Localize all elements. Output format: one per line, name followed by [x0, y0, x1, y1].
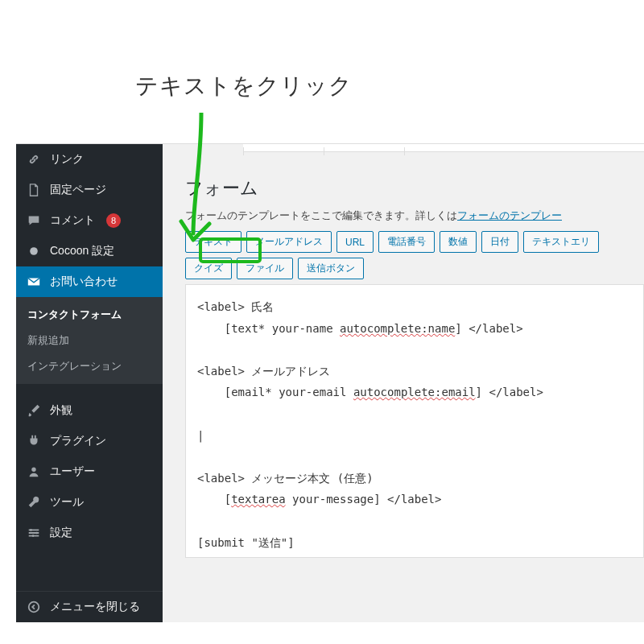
mail-icon: [26, 274, 42, 290]
sidebar-label: プラグイン: [50, 434, 106, 448]
form-panel: フォーム フォームのテンプレートをここで編集できます。詳しくはフォームのテンプレ…: [185, 176, 644, 558]
submenu-new[interactable]: 新規追加: [16, 328, 163, 353]
brush-icon: [26, 402, 42, 419]
tag-email[interactable]: メールアドレス: [246, 231, 332, 253]
app-frame: リンク 固定ページ コメント 8 Cocoon 設定 お問い合わせ: [16, 143, 644, 622]
sidebar-collapse[interactable]: メニューを閉じる: [16, 591, 163, 622]
sidebar-item-users[interactable]: ユーザー: [16, 456, 163, 487]
sidebar-item-contact[interactable]: お問い合わせ: [16, 266, 163, 297]
submenu-contact-forms[interactable]: コンタクトフォーム: [16, 302, 163, 328]
sidebar-item-cocoon[interactable]: Cocoon 設定: [16, 236, 163, 266]
user-icon: [26, 464, 42, 480]
svg-point-0: [30, 247, 38, 255]
sidebar-label: お問い合わせ: [50, 275, 118, 289]
sidebar-item-appearance[interactable]: 外観: [16, 395, 163, 426]
separator: [16, 384, 163, 395]
panel-heading: フォーム: [185, 176, 644, 200]
sidebar-label: リンク: [50, 152, 84, 167]
svg-point-3: [35, 532, 38, 535]
sidebar-label: Cocoon 設定: [50, 244, 114, 258]
sidebar-item-pages[interactable]: 固定ページ: [16, 175, 163, 205]
page-icon: [26, 182, 42, 198]
tag-url[interactable]: URL: [336, 231, 374, 253]
tag-file[interactable]: ファイル: [237, 258, 293, 279]
content-area: フォーム フォームのテンプレートをここで編集できます。詳しくはフォームのテンプレ…: [163, 144, 644, 622]
svg-point-1: [31, 468, 35, 472]
annotation-text: テキストをクリック: [135, 71, 353, 101]
collapse-icon: [26, 599, 42, 615]
sidebar-item-comments[interactable]: コメント 8: [16, 205, 163, 236]
sidebar-item-settings[interactable]: 設定: [16, 518, 163, 548]
comments-count-badge: 8: [106, 213, 121, 228]
template-help-link[interactable]: フォームのテンプレー: [457, 209, 562, 221]
sidebar-label: 設定: [50, 526, 72, 540]
tag-date[interactable]: 日付: [481, 231, 518, 253]
wrench-icon: [26, 494, 42, 510]
sidebar-item-plugins[interactable]: プラグイン: [16, 426, 163, 456]
svg-point-4: [32, 535, 35, 537]
tag-tel[interactable]: 電話番号: [378, 231, 435, 253]
tag-row-1: テキスト メールアドレス URL 電話番号 数値 日付 テキストエリ: [185, 231, 644, 253]
top-thin-bar: [243, 144, 644, 152]
tag-text[interactable]: テキスト: [185, 231, 242, 253]
cocoon-icon: [26, 243, 42, 259]
sidebar-label: メニューを閉じる: [50, 600, 140, 614]
panel-description: フォームのテンプレートをここで編集できます。詳しくはフォームのテンプレー: [185, 208, 644, 223]
plugin-icon: [26, 433, 42, 449]
tag-textarea[interactable]: テキストエリ: [523, 231, 599, 253]
sidebar-label: コメント: [50, 213, 95, 228]
sidebar-label: ツール: [50, 495, 84, 510]
sliders-icon: [26, 525, 42, 541]
tag-number[interactable]: 数値: [440, 231, 477, 253]
sidebar-item-links[interactable]: リンク: [16, 144, 163, 175]
sidebar-item-tools[interactable]: ツール: [16, 487, 163, 518]
contact-submenu: コンタクトフォーム 新規追加 インテグレーション: [16, 297, 163, 384]
link-icon: [26, 151, 42, 167]
form-template-editor[interactable]: <label> 氏名 [text* your-name autocomplete…: [185, 284, 644, 558]
sidebar-label: 固定ページ: [50, 183, 106, 197]
tag-quiz[interactable]: クイズ: [185, 258, 232, 279]
admin-sidebar: リンク 固定ページ コメント 8 Cocoon 設定 お問い合わせ: [16, 144, 163, 622]
svg-point-5: [29, 602, 39, 613]
sidebar-label: ユーザー: [50, 464, 95, 479]
comment-icon: [26, 213, 42, 229]
svg-point-2: [30, 529, 32, 531]
submenu-integration[interactable]: インテグレーション: [16, 353, 163, 379]
sidebar-label: 外観: [50, 403, 72, 418]
tag-submit[interactable]: 送信ボタン: [298, 258, 364, 279]
tag-row-2: クイズ ファイル 送信ボタン: [185, 258, 644, 279]
